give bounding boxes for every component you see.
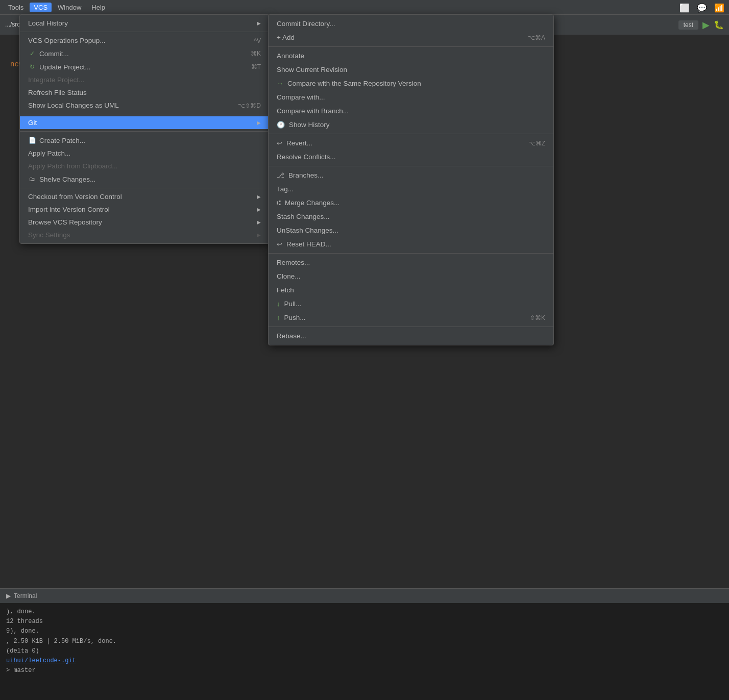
terminal-line-6: > master (6, 666, 723, 676)
terminal-line-4: , 2.50 KiB | 2.50 MiB/s, done. (6, 637, 723, 646)
terminal-line-1: ), done. (6, 607, 723, 617)
patch-icon: 📄 (28, 136, 36, 144)
branches-label: Branches... (288, 171, 323, 179)
menu-item-apply-patch[interactable]: Apply Patch... (20, 147, 269, 160)
menu-bar-tools[interactable]: Tools (4, 3, 28, 12)
menu-item-import-vcs[interactable]: Import into Version Control ▶ (20, 203, 269, 216)
push-shortcut: ⇧⌘K (530, 314, 545, 321)
commit-dir-label: Commit Directory... (277, 20, 335, 28)
menu-bar: Tools VCS Window Help (0, 0, 729, 14)
menu-item-git[interactable]: Git ▶ (20, 116, 269, 129)
git-menu-item-clone[interactable]: Clone... (269, 269, 553, 283)
tag-label: Tag... (277, 185, 294, 193)
commit-shortcut: ⌘K (251, 50, 261, 57)
terminal-line-link: uihui/leetcode-.git (6, 656, 723, 666)
pull-label: Pull... (284, 300, 302, 308)
git-arrow: ▶ (257, 120, 261, 126)
menu-item-checkout-vcs[interactable]: Checkout from Version Control ▶ (20, 190, 269, 203)
merge-icon: ⑆ (277, 199, 281, 207)
git-menu-item-revert[interactable]: ↩ Revert... ⌥⌘Z (269, 136, 553, 150)
git-menu-item-compare-with[interactable]: Compare with... (269, 90, 553, 104)
sync-settings-label: Sync Settings (28, 231, 70, 239)
git-sep-5 (269, 327, 553, 327)
git-menu-item-unstash-changes[interactable]: UnStash Changes... (269, 223, 553, 237)
git-menu-item-rebase[interactable]: Rebase... (269, 329, 553, 343)
debug-button[interactable]: 🐛 (714, 20, 724, 30)
sync-settings-arrow: ▶ (257, 232, 261, 238)
rebase-label: Rebase... (277, 332, 306, 340)
menu-item-update-project[interactable]: ↻ Update Project... ⌘T (20, 60, 269, 73)
checkout-vcs-arrow: ▶ (257, 194, 261, 199)
vcs-dropdown: Local History ▶ VCS Operations Popup... … (19, 14, 270, 244)
terminal-tab: ▶ Terminal (0, 589, 729, 603)
revert-label: Revert... (286, 139, 312, 147)
git-menu-item-remotes[interactable]: Remotes... (269, 256, 553, 269)
push-icon: ↑ (277, 314, 280, 321)
commit-icon: ✓ (28, 49, 36, 58)
update-icon: ↻ (28, 63, 36, 71)
integrate-project-label: Integrate Project... (28, 76, 84, 84)
git-menu-item-annotate[interactable]: Annotate (269, 49, 553, 63)
git-menu-item-pull[interactable]: ↓ Pull... (269, 297, 553, 311)
revert-shortcut: ⌥⌘Z (528, 140, 545, 147)
git-menu-item-tag[interactable]: Tag... (269, 182, 553, 196)
separator-3 (20, 131, 269, 132)
git-menu-item-merge-changes[interactable]: ⑆ Merge Changes... (269, 196, 553, 210)
compare-with-label: Compare with... (277, 93, 325, 101)
git-menu-item-branches[interactable]: ⎇ Branches... (269, 168, 553, 182)
show-current-revision-label: Show Current Revision (277, 66, 347, 73)
menu-bar-help[interactable]: Help (87, 3, 109, 12)
create-patch-label: Create Patch... (39, 137, 85, 144)
git-menu-item-push[interactable]: ↑ Push... ⇧⌘K (269, 311, 553, 324)
menu-item-show-local-changes[interactable]: Show Local Changes as UML ⌥⇧⌘D (20, 99, 269, 112)
compare-same-icon: ↔ (277, 80, 283, 87)
git-menu-item-compare-same-repo[interactable]: ↔ Compare with the Same Repository Versi… (269, 77, 553, 90)
menu-item-apply-patch-clipboard: Apply Patch from Clipboard... (20, 160, 269, 172)
terminal-area: ▶ Terminal ), done. 12 threads 9), done.… (0, 588, 729, 700)
separator-4 (20, 188, 269, 188)
apply-patch-label: Apply Patch... (28, 149, 70, 157)
clone-label: Clone... (277, 272, 301, 280)
separator-1 (20, 32, 269, 32)
git-menu-item-add[interactable]: + Add ⌥⌘A (269, 31, 553, 44)
git-menu-item-commit-dir[interactable]: Commit Directory... (269, 17, 553, 31)
menu-item-create-patch[interactable]: 📄 Create Patch... (20, 134, 269, 147)
menu-item-refresh-file-status[interactable]: Refresh File Status (20, 86, 269, 99)
git-menu-item-compare-branch[interactable]: Compare with Branch... (269, 104, 553, 118)
import-vcs-label: Import into Version Control (28, 206, 110, 213)
fetch-label: Fetch (277, 286, 294, 294)
menu-item-browse-vcs[interactable]: Browse VCS Repository ▶ (20, 216, 269, 229)
run-button[interactable]: ▶ (702, 19, 710, 31)
terminal-line-5: (delta 0) (6, 646, 723, 656)
update-project-shortcut: ⌘T (251, 63, 261, 70)
menu-item-local-history[interactable]: Local History ▶ (20, 17, 269, 30)
git-submenu: Commit Directory... + Add ⌥⌘A Annotate S… (268, 14, 554, 345)
menu-bar-vcs[interactable]: VCS (30, 3, 52, 12)
push-label: Push... (284, 314, 306, 321)
add-label: + Add (277, 34, 295, 41)
git-menu-item-show-history[interactable]: 🕐 Show History (269, 118, 553, 132)
git-menu-item-reset-head[interactable]: ↩ Reset HEAD... (269, 237, 553, 251)
merge-changes-label: Merge Changes... (285, 199, 339, 207)
wifi-icon: 📶 (714, 2, 725, 13)
local-history-label: Local History (28, 19, 68, 27)
menu-item-commit[interactable]: ✓ Commit... ⌘K (20, 47, 269, 60)
git-menu-item-show-current-revision[interactable]: Show Current Revision (269, 63, 553, 77)
annotate-label: Annotate (277, 52, 304, 60)
git-menu-item-stash-changes[interactable]: Stash Changes... (269, 210, 553, 223)
menu-bar-window[interactable]: Window (54, 3, 85, 12)
git-menu-item-resolve-conflicts[interactable]: Resolve Conflicts... (269, 150, 553, 164)
separator-2 (20, 114, 269, 114)
teamviewer-icon: ⬜ (679, 2, 690, 13)
vcs-operations-shortcut: ^V (254, 37, 261, 44)
git-menu-item-fetch[interactable]: Fetch (269, 283, 553, 297)
menu-item-shelve-changes[interactable]: 🗂 Shelve Changes... (20, 172, 269, 186)
import-vcs-arrow: ▶ (257, 207, 261, 212)
unstash-changes-label: UnStash Changes... (277, 227, 338, 234)
terminal-icon: ▶ (6, 592, 11, 599)
update-project-label: Update Project... (39, 63, 91, 71)
menu-item-vcs-operations[interactable]: VCS Operations Popup... ^V (20, 34, 269, 47)
terminal-label: Terminal (14, 592, 37, 599)
git-sep-1 (269, 46, 553, 47)
run-config-btn[interactable]: test (678, 20, 698, 30)
